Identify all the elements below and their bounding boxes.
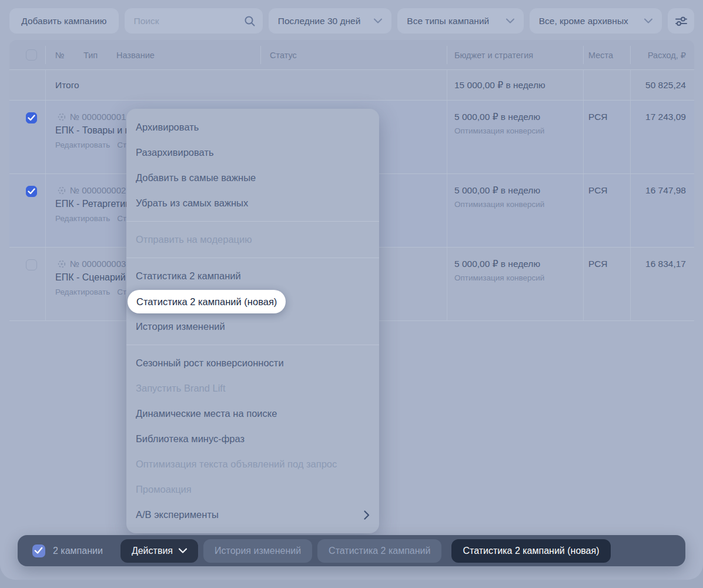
table-header: № Тип Название Статус Бюджет и стратегия… bbox=[9, 40, 694, 70]
totals-row: Итого 15 000,00 ₽ в неделю 50 825,24 bbox=[9, 70, 694, 101]
menu-item-ab-experiments[interactable]: А/В эксперименты bbox=[126, 502, 379, 527]
totals-budget: 15 000,00 ₽ в неделю bbox=[454, 80, 545, 91]
search-input[interactable] bbox=[134, 16, 234, 26]
campaign-budget: 5 000,00 ₽ в неделю bbox=[454, 112, 540, 122]
menu-item-minus-phrases[interactable]: Библиотека минус-фраз bbox=[126, 426, 379, 452]
col-name: Название bbox=[116, 51, 155, 60]
sliders-icon bbox=[675, 15, 688, 27]
campaign-places: РСЯ bbox=[588, 112, 608, 122]
totals-label: Итого bbox=[55, 80, 79, 91]
menu-item-change-history[interactable]: История изменений bbox=[126, 314, 379, 339]
ab-experiments-label: А/В эксперименты bbox=[136, 502, 219, 527]
campaign-strategy: Оптимизация конверсий bbox=[454, 200, 544, 209]
menu-item-unarchive[interactable]: Разархивировать bbox=[126, 140, 379, 165]
actions-button-label: Действия bbox=[132, 546, 173, 556]
menu-item-promo: Промоакция bbox=[126, 477, 379, 502]
campaign-number: № 000000002 bbox=[70, 185, 126, 195]
search-icon bbox=[244, 15, 256, 27]
row-checkbox-unchecked[interactable] bbox=[26, 259, 37, 270]
actions-dropdown-button[interactable]: Действия bbox=[120, 539, 198, 563]
filter-settings-button[interactable] bbox=[668, 8, 694, 34]
date-range-value: Последние 30 дней bbox=[278, 16, 360, 26]
date-range-select[interactable]: Последние 30 дней bbox=[269, 8, 391, 34]
campaign-strategy: Оптимизация конверсий bbox=[454, 273, 544, 282]
stats-new-button[interactable]: Статистика 2 кампаний (новая) bbox=[451, 539, 610, 563]
selection-action-bar: 2 кампании Действия История изменений Ст… bbox=[18, 535, 685, 566]
stats-button[interactable]: Статистика 2 кампаний bbox=[317, 539, 441, 563]
menu-item-send-moderation: Отправить на модерацию bbox=[126, 227, 379, 252]
campaign-number: № 000000003 bbox=[70, 259, 126, 269]
campaigns-page: Добавить кампанию Последние 30 дней Все … bbox=[0, 0, 703, 580]
menu-item-remove-important[interactable]: Убрать из самых важных bbox=[126, 191, 379, 216]
row-checkbox-checked[interactable] bbox=[26, 186, 37, 197]
col-spend: Расход, ₽ bbox=[648, 51, 686, 60]
menu-item-seasonal-boost[interactable]: Сезонный рост конверсионности bbox=[126, 350, 379, 376]
campaign-type-value: Все типы кампаний bbox=[407, 16, 489, 26]
menu-divider bbox=[126, 345, 379, 345]
campaign-type-icon bbox=[58, 186, 66, 195]
chevron-down-icon bbox=[506, 18, 514, 24]
totals-spend: 50 825,24 bbox=[645, 80, 686, 91]
select-all-checkbox[interactable] bbox=[26, 49, 37, 61]
selection-count-label: 2 кампании bbox=[53, 546, 103, 556]
campaign-name[interactable]: ЕПК - Сценарий Н bbox=[55, 272, 135, 283]
campaign-budget: 5 000,00 ₽ в неделю bbox=[454, 259, 540, 269]
edit-link[interactable]: Редактировать bbox=[55, 214, 110, 223]
campaign-spend: 17 243,09 bbox=[645, 112, 686, 122]
search-field[interactable] bbox=[125, 8, 263, 34]
archive-filter-select[interactable]: Все, кроме архивных bbox=[530, 8, 662, 34]
chevron-down-icon bbox=[374, 18, 382, 24]
campaign-budget: 5 000,00 ₽ в неделю bbox=[454, 185, 540, 196]
toolbar: Добавить кампанию Последние 30 дней Все … bbox=[9, 8, 694, 34]
campaign-type-select[interactable]: Все типы кампаний bbox=[397, 8, 523, 34]
menu-item-stats[interactable]: Статистика 2 кампаний bbox=[126, 263, 379, 289]
campaign-number: № 000000001 bbox=[70, 112, 126, 122]
selection-checkbox[interactable] bbox=[32, 544, 45, 557]
chevron-down-icon bbox=[644, 18, 652, 24]
campaign-spend: 16 747,98 bbox=[645, 185, 686, 196]
col-number: № bbox=[55, 51, 65, 60]
campaign-strategy: Оптимизация конверсий bbox=[454, 126, 544, 135]
campaign-name[interactable]: ЕПК - Ретаргетинг bbox=[55, 199, 134, 209]
campaign-type-icon bbox=[58, 260, 66, 268]
col-budget: Бюджет и стратегия bbox=[454, 51, 533, 60]
menu-divider bbox=[126, 258, 379, 258]
menu-item-stats-new-spotlight[interactable]: Статистика 2 кампаний (новая) bbox=[128, 290, 286, 313]
menu-item-text-optimization: Оптимизация текста объявлений под запрос bbox=[126, 452, 379, 477]
history-button[interactable]: История изменений bbox=[203, 539, 312, 563]
menu-item-dynamic-places[interactable]: Динамические места на поиске bbox=[126, 401, 379, 426]
chevron-down-icon bbox=[179, 548, 187, 553]
row-checkbox-checked[interactable] bbox=[26, 112, 37, 123]
campaign-places: РСЯ bbox=[588, 259, 608, 269]
campaign-name[interactable]: ЕПК - Товары и ка bbox=[55, 125, 135, 136]
edit-link[interactable]: Редактировать bbox=[55, 288, 110, 296]
chevron-right-icon bbox=[364, 510, 370, 520]
col-places: Места bbox=[588, 51, 613, 60]
col-type: Тип bbox=[83, 51, 98, 60]
col-status: Статус bbox=[270, 51, 297, 60]
menu-item-archive[interactable]: Архивировать bbox=[126, 115, 379, 140]
campaign-type-icon bbox=[58, 113, 66, 121]
add-campaign-button[interactable]: Добавить кампанию bbox=[9, 8, 119, 34]
menu-item-brand-lift: Запустить Brand Lift bbox=[126, 376, 379, 401]
edit-link[interactable]: Редактировать bbox=[55, 141, 110, 149]
archive-filter-value: Все, кроме архивных bbox=[539, 16, 628, 26]
campaign-places: РСЯ bbox=[588, 185, 608, 196]
menu-item-add-important[interactable]: Добавить в самые важные bbox=[126, 165, 379, 191]
campaign-spend: 16 834,17 bbox=[645, 259, 686, 269]
actions-context-menu: Архивировать Разархивировать Добавить в … bbox=[126, 109, 379, 533]
menu-divider bbox=[126, 221, 379, 222]
